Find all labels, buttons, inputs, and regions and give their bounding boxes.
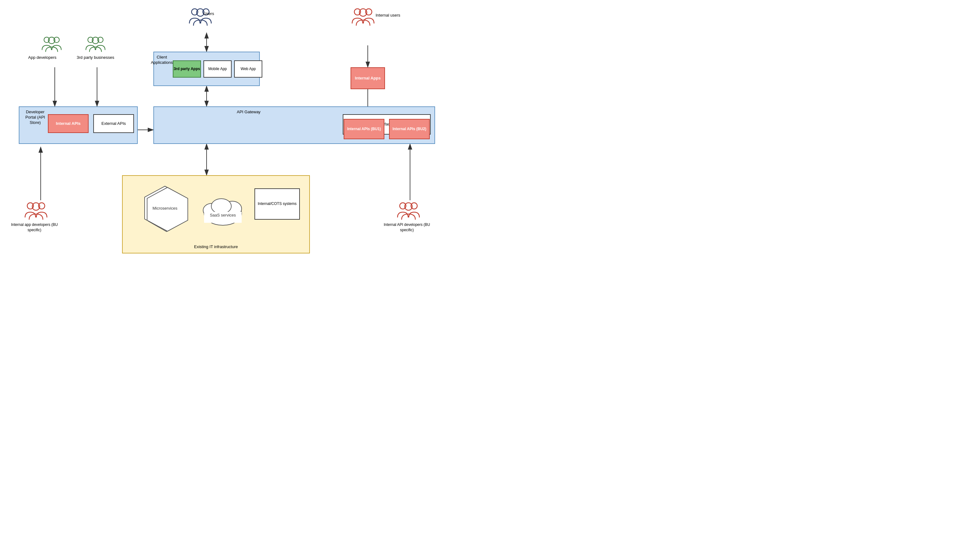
internal-api-developers-label: Internal API developers (BU specific): [383, 222, 430, 233]
app-developers-icon: [41, 35, 63, 53]
api-gateway-label: API Gateway: [158, 110, 340, 115]
internal-apps-box: Internal Apps: [350, 67, 385, 89]
existing-it-label: Existing IT infrastructure: [123, 245, 309, 250]
users-label: Users: [204, 11, 214, 17]
web-app-box: Web App: [234, 60, 262, 78]
internal-api-developers-icon: [396, 200, 421, 221]
internal-apps-label: Internal Apps: [355, 76, 381, 81]
mobile-app-label: Mobile App: [208, 67, 227, 71]
api-gateway-box: API Gateway External facing APIs Interna…: [153, 106, 435, 144]
internal-cots-box: Internal/COTS systems: [255, 188, 300, 220]
mobile-app-box: Mobile App: [204, 60, 232, 78]
internal-app-developers-icon: [24, 200, 49, 221]
third-party-apps-box: 3rd party Apps: [173, 60, 201, 78]
client-applications-box: Client Applications 3rd party Apps Mobil…: [153, 52, 260, 86]
web-app-label: Web App: [241, 67, 256, 71]
existing-it-box: Microservices SaaS services Internal/COT…: [122, 175, 310, 253]
internal-apis-bu1-label: Internal APIs (BU1): [347, 127, 381, 132]
internal-apis-bu1-box: Internal APIs (BU1): [344, 119, 384, 139]
internal-apis-bu2-label: Internal APIs (BU2): [393, 127, 426, 132]
svg-text:Microservices: Microservices: [153, 206, 177, 211]
microservices-container: Microservices: [142, 185, 188, 232]
external-apis-portal-label: External APIs: [102, 121, 126, 126]
app-developers-label: App developers: [28, 55, 56, 60]
external-apis-portal-box: External APIs: [93, 114, 134, 133]
internal-apis-bu2-box: Internal APIs (BU2): [389, 119, 430, 139]
internal-cots-label: Internal/COTS systems: [258, 202, 296, 206]
internal-app-developers-label: Internal app developers (BU specific): [11, 222, 58, 233]
svg-point-36: [211, 198, 231, 214]
developer-portal-box: Developer Portal (API Store) Internal AP…: [19, 106, 138, 144]
internal-apis-portal-label: Internal APIs: [56, 121, 81, 126]
internal-apis-portal-box: Internal APIs: [48, 114, 89, 133]
saas-services-container: SaaS services: [199, 185, 246, 232]
client-applications-label: Client Applications: [151, 55, 173, 65]
internal-users-label: Internal users: [375, 13, 400, 18]
third-party-businesses-label: 3rd party businesses: [77, 55, 114, 60]
third-party-apps-label: 3rd party Apps: [174, 67, 200, 71]
developer-portal-label: Developer Portal (API Store): [22, 110, 48, 125]
diagram: Users Internal users App developers: [0, 0, 490, 275]
svg-text:SaaS services: SaaS services: [210, 213, 236, 218]
internal-users-icon: [350, 6, 375, 27]
third-party-businesses-icon: [84, 35, 107, 53]
